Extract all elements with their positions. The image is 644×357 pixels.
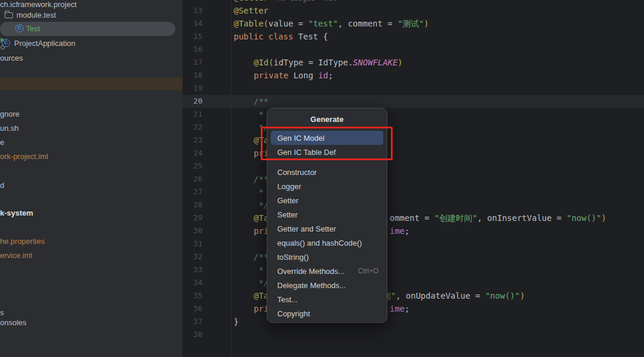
sidebar-item-un-sh[interactable]: un.sh — [0, 121, 182, 135]
code-token: @Setter — [234, 6, 268, 15]
menu-item-logger[interactable]: Logger — [267, 179, 387, 193]
sidebar-item-label: Test — [26, 24, 40, 34]
code-line-14[interactable]: @Table(value = "test", comment = "测试") — [234, 17, 429, 30]
app-class-icon: C — [2, 39, 11, 48]
line-number: 36 — [185, 302, 203, 315]
sidebar-item-module-test[interactable]: module.test — [0, 8, 182, 22]
sidebar-item-label: ources — [0, 53, 23, 64]
line-number: 34 — [185, 276, 203, 289]
code-token: comment — [348, 19, 383, 28]
code-token: "创建时间" — [434, 213, 477, 223]
menu-item-label: Setter — [277, 210, 298, 219]
sidebar-highlight-row — [0, 78, 182, 90]
code-token: private — [254, 71, 293, 80]
sidebar-item-ources[interactable]: ources — [0, 51, 182, 65]
menu-item-label: Override Methods... — [277, 267, 344, 276]
sidebar-item-test[interactable]: CTest — [0, 22, 182, 36]
line-number: 38 — [185, 328, 203, 341]
line-number: 20 — [185, 95, 203, 108]
line-number: 18 — [185, 69, 203, 82]
menu-item-getter-and-setter[interactable]: Getter and Setter — [267, 222, 387, 236]
code-token: ; — [404, 304, 409, 313]
line-number: 29 — [185, 211, 203, 224]
code-token: ) — [397, 58, 402, 67]
menu-item-test[interactable]: Test... — [267, 292, 387, 306]
menu-item-label: Copyright — [277, 309, 310, 318]
menu-item-constructor[interactable]: Constructor — [267, 165, 387, 179]
code-token: { — [323, 32, 328, 41]
code-line-35-right[interactable]: 间", onUpdateValue = "now()") — [383, 289, 525, 302]
menu-item-copyright[interactable]: Copyright — [267, 306, 387, 320]
code-token: onUpdateValue — [406, 291, 470, 300]
line-number: 19 — [185, 82, 203, 95]
code-token: SNOWFLAKE — [353, 58, 398, 67]
menu-item-getter[interactable]: Getter — [267, 193, 387, 207]
line-number: 17 — [185, 56, 203, 69]
sidebar-item-e[interactable]: e — [0, 135, 182, 150]
menu-item-label: Getter — [277, 196, 298, 205]
code-line-13[interactable]: @Setter — [234, 4, 268, 17]
menu-item-label: Logger — [277, 182, 301, 191]
sidebar-item-ork-project-iml[interactable]: ork-project.iml — [0, 150, 182, 164]
line-number: 23 — [185, 134, 203, 147]
code-token: = — [293, 19, 308, 28]
sidebar-item-ervice-iml[interactable]: ervice.iml — [0, 249, 182, 263]
folder-icon — [5, 11, 14, 20]
menu-item-label: Gen IC Model — [277, 134, 324, 143]
code-token: @Getter — [234, 0, 268, 2]
code-token: @Id( — [254, 58, 274, 67]
code-token: Long — [293, 71, 318, 80]
sidebar-item-label: ProjectApplication — [14, 38, 75, 49]
line-number: 15 — [185, 30, 203, 43]
code-line-18[interactable]: private Long id; — [254, 69, 333, 82]
sidebar-item-projectapplication[interactable]: CProjectApplication — [0, 37, 182, 51]
code-line-30-right[interactable]: ime; — [390, 224, 410, 237]
code-editor[interactable]: 1314151617181920212223242526272829303132… — [182, 0, 644, 357]
code-token: ) — [520, 291, 525, 300]
line-number: 16 — [185, 43, 203, 56]
code-token: omment — [390, 213, 420, 223]
code-token: ) — [601, 213, 606, 223]
line-number: 33 — [185, 263, 203, 276]
code-token: ; — [328, 71, 333, 80]
menu-item-gen-ic-table-def[interactable]: Gen IC Table Def — [267, 145, 387, 159]
code-token: IdType — [318, 58, 348, 67]
menu-item-delegate-methods[interactable]: Delegate Methods... — [267, 278, 387, 292]
code-line-17[interactable]: @Id(idType = IdType.SNOWFLAKE) — [254, 56, 403, 69]
menu-item-label: equals() and hashCode() — [277, 239, 362, 247]
menu-item-tostring[interactable]: toString() — [267, 250, 387, 264]
menu-item-setter[interactable]: Setter — [267, 207, 387, 222]
sidebar-item-label: un.sh — [0, 123, 19, 134]
code-token: ; — [404, 226, 409, 236]
code-token: = — [552, 213, 566, 223]
code-line-15[interactable]: public class Test { — [234, 30, 328, 43]
sidebar-item-label: ervice.iml — [0, 250, 32, 261]
sidebar-item-he-properties[interactable]: he.properties — [0, 234, 182, 249]
code-line-36-right[interactable]: ime; — [390, 302, 410, 315]
sidebar-item-k-system[interactable]: k-system — [0, 206, 182, 220]
menu-item-label: Test... — [277, 295, 298, 304]
menu-item-equals-and-hashcode[interactable]: equals() and hashCode() — [267, 236, 387, 250]
sidebar-item-label: module.test — [16, 10, 56, 21]
code-line-29-right[interactable]: omment = "创建时间", onInsertValue = "now()"… — [390, 211, 606, 224]
line-number: 28 — [185, 199, 203, 211]
code-token: = — [420, 213, 434, 223]
code-line-37[interactable]: } — [234, 315, 238, 328]
code-token: . — [348, 58, 353, 67]
code-token: "test" — [308, 19, 338, 28]
menu-item-gen-ic-model[interactable]: Gen IC Model — [271, 131, 383, 145]
menu-item-override-methods[interactable]: Override Methods...Ctrl+O — [267, 264, 387, 278]
code-line-12[interactable]: @Getter no usages new — [234, 0, 337, 4]
code-token: "now()" — [485, 291, 520, 300]
sidebar-item-gnore[interactable]: gnore — [0, 107, 182, 121]
code-token: = — [470, 291, 485, 300]
code-line-20[interactable]: /** — [254, 95, 268, 108]
sidebar-item-label: onsoles — [0, 318, 26, 328]
sidebar-item-d[interactable]: d — [0, 178, 182, 193]
code-token: no usages new — [268, 0, 337, 2]
sidebar-item-label: d — [0, 180, 4, 191]
code-token: @Table( — [234, 19, 268, 28]
code-token: , — [477, 213, 487, 223]
sidebar-item-onsoles[interactable]: onsoles — [0, 316, 182, 330]
ide-window: ch.icframework.projectmodule.testCTestCP… — [0, 0, 644, 357]
